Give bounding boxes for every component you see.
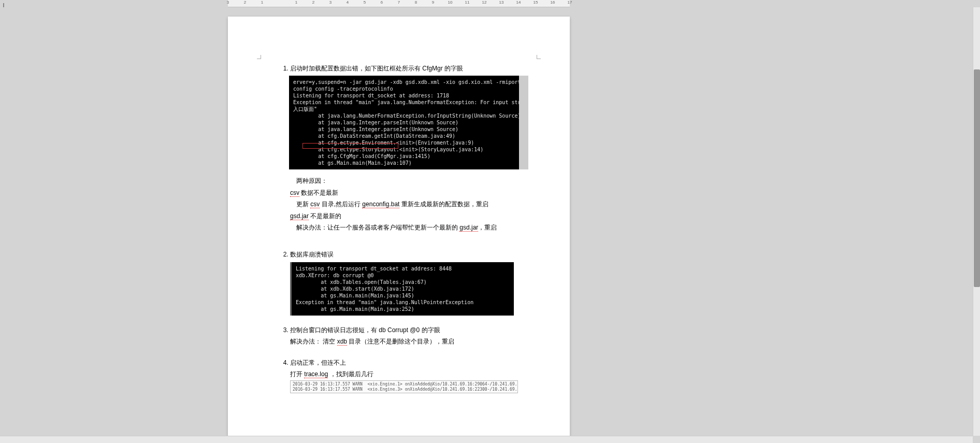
- item4-heading: 启动正常，但连不上: [290, 359, 346, 366]
- margin-guide-tr: [537, 55, 541, 59]
- vertical-scrollbar[interactable]: [973, 7, 980, 436]
- reason1-fix: 更新 csv 目录,然后运行 genconfig.bat 重新生成最新的配置数据…: [296, 199, 539, 209]
- p4b: trace.log: [304, 370, 328, 378]
- r1c-b: csv: [310, 201, 320, 208]
- ruler-tick: 3: [329, 0, 332, 5]
- r1c-d: genconfig.bat: [362, 201, 399, 208]
- item1-heading: 启动时加载配置数据出错，如下图红框处所示有 CfgMgr 的字眼: [290, 65, 463, 72]
- page: 启动时加载配置数据出错，如下图红框处所示有 CfgMgr 的字眼 erver=y…: [228, 17, 570, 436]
- ruler-tick: 3: [227, 0, 229, 5]
- r1c-e: 重新生成最新的配置数据，重启: [399, 201, 488, 208]
- ruler-tick: 2: [312, 0, 314, 5]
- ordered-list: 启动时加载配置数据出错，如下图红框处所示有 CfgMgr 的字眼 erver=y…: [269, 63, 539, 393]
- r2c-c: ，重启: [478, 224, 497, 231]
- ruler-tick: 7: [398, 0, 400, 5]
- horizontal-scrollbar[interactable]: [0, 436, 973, 443]
- list-item-3: 控制台窗口的错误日志很短，有 db Corrupt @0 的字眼 解决办法： 清…: [290, 316, 539, 351]
- terminal1-text: erver=y,suspend=n -jar gsd.jar -xdb gsd.…: [293, 79, 528, 166]
- r2c-b: gsd.jar: [459, 224, 478, 232]
- item3-p2: 解决办法： 清空 xdb 目录（注意不是删除这个目录），重启: [290, 336, 539, 347]
- ruler-tick: 13: [499, 0, 504, 5]
- p2c: 目录（注意不是删除这个目录），重启: [347, 338, 454, 345]
- reason1-line: csv 数据不是最新: [290, 188, 539, 198]
- ruler-tick: 2: [244, 0, 246, 5]
- red-highlight-box: [302, 143, 398, 149]
- r2b: 不是最新的: [309, 212, 341, 220]
- r1b: 数据不是最新: [299, 189, 338, 196]
- terminal2-text: Listening for transport dt_socket at add…: [296, 266, 473, 312]
- ruler-tick: 17: [568, 0, 572, 5]
- ruler-tick: 14: [516, 0, 521, 5]
- ruler-tick: 16: [551, 0, 555, 5]
- ruler-tick: 1: [261, 0, 263, 5]
- document-scroll-area[interactable]: 启动时加载配置数据出错，如下图红框处所示有 CfgMgr 的字眼 erver=y…: [0, 7, 973, 436]
- ruler-tick: 12: [482, 0, 487, 5]
- r1c-a: 更新: [296, 201, 310, 208]
- document-viewport: 3211234567891011121314151617 启动时加载配置数据出错…: [0, 0, 980, 443]
- item4-p: 打开 trace.log ，找到最后几行: [290, 369, 539, 379]
- trace-log-box: 2016-03-29 16:13:17.557 WARN <xio.Engine…: [290, 380, 518, 393]
- ruler-tick: 9: [432, 0, 434, 5]
- item2-heading: 数据库崩溃错误: [290, 251, 334, 258]
- list-item-1: 启动时加载配置数据出错，如下图红框处所示有 CfgMgr 的字眼 erver=y…: [290, 63, 539, 243]
- ruler-tick: 8: [415, 0, 417, 5]
- r1c-c: 目录,然后运行: [320, 201, 362, 208]
- vertical-scroll-thumb[interactable]: [974, 69, 980, 287]
- csv-text: csv: [290, 189, 299, 197]
- p2b: xdb: [337, 338, 347, 346]
- p2a: 解决办法： 清空: [290, 338, 337, 345]
- ruler-tick: 4: [347, 0, 349, 5]
- ruler-tick: 1: [295, 0, 297, 5]
- reason-label: 两种原因：: [296, 176, 539, 186]
- ruler-tick: 10: [448, 0, 453, 5]
- list-item-4: 启动正常，但连不上 打开 trace.log ，找到最后几行 2016-03-2…: [290, 358, 539, 394]
- horizontal-ruler[interactable]: 3211234567891011121314151617: [228, 0, 570, 7]
- ruler-tick: 11: [465, 0, 470, 5]
- r2c-a: 解决办法：让任一个服务器或者客户端帮忙更新一个最新的: [296, 224, 459, 231]
- r2a: gsd.jar: [290, 212, 309, 220]
- p4a: 打开: [290, 370, 304, 378]
- terminal-screenshot-2: Listening for transport dt_socket at add…: [290, 262, 514, 316]
- item3-p1: 控制台窗口的错误日志很短，有 db Corrupt @0 的字眼: [290, 325, 539, 335]
- margin-guide-tl: [257, 55, 261, 59]
- list-item-2: 数据库崩溃错误 Listening for transport dt_socke…: [290, 249, 539, 315]
- ruler-tick: 5: [364, 0, 366, 5]
- ruler-tick: 6: [381, 0, 383, 5]
- reason2-line: gsd.jar 不是最新的: [290, 211, 539, 221]
- terminal-screenshot-1: erver=y,suspend=n -jar gsd.jar -xdb gsd.…: [289, 76, 528, 169]
- ruler-tick: 15: [534, 0, 538, 5]
- reason2-fix: 解决办法：让任一个服务器或者客户端帮忙更新一个最新的 gsd.jar，重启: [296, 222, 539, 233]
- p4c: ，找到最后几行: [328, 370, 373, 378]
